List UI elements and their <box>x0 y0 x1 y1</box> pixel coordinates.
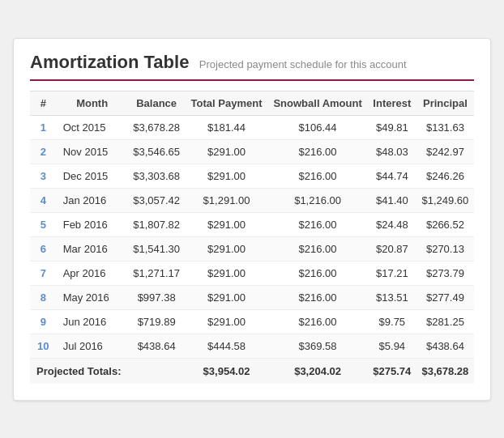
cell-snowball: $216.00 <box>267 285 367 309</box>
cell-total-payment: $181.44 <box>186 115 268 139</box>
cell-total-payment: $444.58 <box>186 334 268 358</box>
table-body: 1 Oct 2015 $3,678.28 $181.44 $106.44 $49… <box>30 115 474 358</box>
table-row: 3 Dec 2015 $3,303.68 $291.00 $216.00 $44… <box>30 164 474 188</box>
cell-principal: $438.64 <box>416 334 474 358</box>
footer-balance <box>128 358 186 384</box>
cell-principal: $281.25 <box>416 309 474 334</box>
table-row: 6 Mar 2016 $1,541.30 $291.00 $216.00 $20… <box>30 236 474 261</box>
cell-balance: $719.89 <box>128 309 186 334</box>
cell-interest: $13.51 <box>368 285 416 309</box>
cell-snowball: $369.58 <box>267 334 367 358</box>
cell-month: Apr 2016 <box>57 261 128 285</box>
footer-label: Projected Totals: <box>30 358 128 384</box>
cell-interest: $48.03 <box>368 139 416 164</box>
col-header-principal: Principal <box>416 91 474 115</box>
cell-balance: $3,678.28 <box>128 115 186 139</box>
cell-principal: $242.97 <box>416 139 474 164</box>
table-header-row: # Month Balance Total Payment Snowball A… <box>30 91 474 115</box>
cell-snowball: $216.00 <box>267 164 367 188</box>
cell-month: Jul 2016 <box>57 334 128 358</box>
cell-total-payment: $291.00 <box>186 212 268 236</box>
cell-num: 2 <box>30 139 57 164</box>
card-title: Amortization Table <box>30 52 189 72</box>
cell-month: Oct 2015 <box>57 115 128 139</box>
cell-month: Feb 2016 <box>57 212 128 236</box>
cell-principal: $131.63 <box>416 115 474 139</box>
cell-principal: $246.26 <box>416 164 474 188</box>
cell-month: Mar 2016 <box>57 236 128 261</box>
cell-total-payment: $291.00 <box>186 236 268 261</box>
cell-snowball: $1,216.00 <box>267 188 367 212</box>
cell-balance: $3,546.65 <box>128 139 186 164</box>
cell-snowball: $216.00 <box>267 139 367 164</box>
amortization-table: # Month Balance Total Payment Snowball A… <box>30 91 474 384</box>
table-row: 8 May 2016 $997.38 $291.00 $216.00 $13.5… <box>30 285 474 309</box>
col-header-num: # <box>30 91 57 115</box>
cell-interest: $24.48 <box>368 212 416 236</box>
cell-snowball: $216.00 <box>267 309 367 334</box>
footer-total-payment: $3,954.02 <box>186 358 268 384</box>
cell-balance: $997.38 <box>128 285 186 309</box>
table-row: 10 Jul 2016 $438.64 $444.58 $369.58 $5.9… <box>30 334 474 358</box>
cell-num: 3 <box>30 164 57 188</box>
cell-num: 1 <box>30 115 57 139</box>
cell-month: Nov 2015 <box>57 139 128 164</box>
cell-balance: $438.64 <box>128 334 186 358</box>
card-subtitle: Projected payment schedule for this acco… <box>199 58 407 70</box>
cell-month: Jun 2016 <box>57 309 128 334</box>
table-row: 7 Apr 2016 $1,271.17 $291.00 $216.00 $17… <box>30 261 474 285</box>
cell-interest: $5.94 <box>368 334 416 358</box>
cell-total-payment: $291.00 <box>186 139 268 164</box>
cell-snowball: $106.44 <box>267 115 367 139</box>
cell-month: Jan 2016 <box>57 188 128 212</box>
cell-interest: $20.87 <box>368 236 416 261</box>
card-header: Amortization Table Projected payment sch… <box>30 52 474 73</box>
cell-principal: $1,249.60 <box>416 188 474 212</box>
cell-snowball: $216.00 <box>267 236 367 261</box>
col-header-month: Month <box>57 91 128 115</box>
table-row: 4 Jan 2016 $3,057.42 $1,291.00 $1,216.00… <box>30 188 474 212</box>
cell-num: 8 <box>30 285 57 309</box>
cell-snowball: $216.00 <box>267 212 367 236</box>
cell-total-payment: $291.00 <box>186 309 268 334</box>
cell-balance: $3,303.68 <box>128 164 186 188</box>
header-divider <box>30 79 474 81</box>
cell-month: Dec 2015 <box>57 164 128 188</box>
cell-num: 9 <box>30 309 57 334</box>
cell-principal: $270.13 <box>416 236 474 261</box>
cell-interest: $9.75 <box>368 309 416 334</box>
cell-principal: $277.49 <box>416 285 474 309</box>
footer-interest: $275.74 <box>368 358 416 384</box>
footer-principal: $3,678.28 <box>416 358 474 384</box>
cell-balance: $1,271.17 <box>128 261 186 285</box>
cell-total-payment: $291.00 <box>186 285 268 309</box>
cell-num: 10 <box>30 334 57 358</box>
table-row: 1 Oct 2015 $3,678.28 $181.44 $106.44 $49… <box>30 115 474 139</box>
table-row: 9 Jun 2016 $719.89 $291.00 $216.00 $9.75… <box>30 309 474 334</box>
cell-total-payment: $291.00 <box>186 261 268 285</box>
cell-total-payment: $1,291.00 <box>186 188 268 212</box>
amortization-card: Amortization Table Projected payment sch… <box>13 38 491 401</box>
cell-interest: $41.40 <box>368 188 416 212</box>
table-row: 5 Feb 2016 $1,807.82 $291.00 $216.00 $24… <box>30 212 474 236</box>
cell-num: 7 <box>30 261 57 285</box>
table-row: 2 Nov 2015 $3,546.65 $291.00 $216.00 $48… <box>30 139 474 164</box>
cell-num: 6 <box>30 236 57 261</box>
cell-snowball: $216.00 <box>267 261 367 285</box>
footer-snowball: $3,204.02 <box>267 358 367 384</box>
cell-num: 5 <box>30 212 57 236</box>
col-header-interest: Interest <box>368 91 416 115</box>
cell-interest: $17.21 <box>368 261 416 285</box>
cell-month: May 2016 <box>57 285 128 309</box>
cell-num: 4 <box>30 188 57 212</box>
col-header-total-payment: Total Payment <box>186 91 268 115</box>
cell-principal: $273.79 <box>416 261 474 285</box>
cell-interest: $44.74 <box>368 164 416 188</box>
col-header-balance: Balance <box>128 91 186 115</box>
table-footer-row: Projected Totals: $3,954.02 $3,204.02 $2… <box>30 358 474 384</box>
cell-interest: $49.81 <box>368 115 416 139</box>
cell-principal: $266.52 <box>416 212 474 236</box>
cell-total-payment: $291.00 <box>186 164 268 188</box>
cell-balance: $3,057.42 <box>128 188 186 212</box>
col-header-snowball: Snowball Amount <box>267 91 367 115</box>
